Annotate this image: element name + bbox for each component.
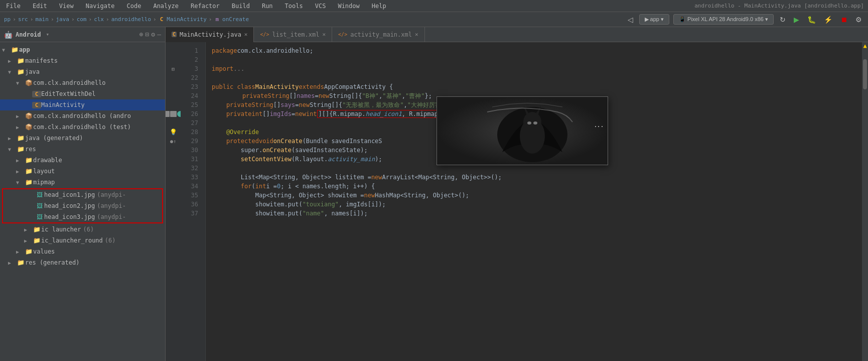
fold-icon-3[interactable]: ⊞ — [172, 66, 175, 72]
scrollbar-thumb[interactable] — [863, 59, 867, 89]
tree-item-package-test[interactable]: ▶ 📦 com.clx.androidhello (test) — [0, 122, 165, 133]
menu-code[interactable]: Code — [125, 2, 143, 11]
breadcrumb-androidhello[interactable]: androidhello — [111, 16, 151, 23]
tab-activitymain[interactable]: </> activity_main.xml ✕ — [332, 27, 425, 42]
menu-window[interactable]: Window — [336, 2, 361, 11]
tree-item-ic-launcher[interactable]: ▶ 📁 ic launcher (6) — [0, 224, 165, 235]
sidebar: 🤖 Android ▾ ⊕ ⊟ ⚙ — ▼ 📁 app ▶ 📁 manifest… — [0, 27, 166, 361]
tab-label-activitymain: activity_main.xml — [350, 31, 412, 38]
tree-sublabel-ic-launcher-round: (6) — [105, 237, 116, 244]
line-num-36: 36 — [181, 200, 201, 209]
menu-run[interactable]: Run — [260, 2, 275, 11]
tree-item-mipmap[interactable]: ▼ 📁 mipmap — [0, 177, 165, 188]
tab-close-mainactivity[interactable]: ✕ — [244, 31, 248, 38]
menu-analyze[interactable]: Analyze — [151, 2, 181, 11]
breadcrumb-oncreate[interactable]: onCreate — [222, 16, 249, 23]
gutter-24 — [166, 91, 181, 100]
tree-item-head-icon3[interactable]: 🖼 head_icon3.jpg (anydpi- — [3, 211, 162, 222]
sync-button[interactable]: ↻ — [778, 15, 788, 25]
menu-tools[interactable]: Tools — [283, 2, 305, 11]
tree-label-res-generated: res (generated) — [25, 259, 79, 266]
tree-item-res-generated[interactable]: ▶ 📁 res (generated) — [0, 257, 165, 268]
breadcrumb-com[interactable]: com — [77, 16, 87, 23]
breadcrumb-src[interactable]: src — [18, 16, 28, 23]
tree-item-head-icon2[interactable]: 🖼 head_icon2.jpg (anydpi- — [3, 200, 162, 211]
tab-listitem[interactable]: </> list_item.xml ✕ — [254, 27, 332, 42]
tree-item-java-generated[interactable]: ▶ 📁 java (generated) — [0, 133, 165, 144]
back-button[interactable]: ◁ — [626, 15, 635, 25]
line-num-22: 22 — [181, 73, 201, 82]
gutter-img-1[interactable] — [166, 111, 170, 117]
tree-item-mainactivity[interactable]: C MainActivity — [0, 99, 165, 110]
android-icon: 🤖 — [4, 31, 13, 39]
tree-label-app: app — [19, 46, 30, 53]
breadcrumb-java[interactable]: java — [56, 16, 70, 23]
tree-item-package-main[interactable]: ▼ 📦 com.clx.androidhello — [0, 77, 165, 88]
gutter-32 — [166, 164, 181, 173]
menu-view[interactable]: View — [57, 2, 76, 11]
tab-label-mainactivity: MainActivity.java — [180, 31, 241, 38]
menu-help[interactable]: Help — [370, 2, 388, 11]
settings-button[interactable]: ⚙ — [853, 15, 864, 25]
line-num-24: 24 — [181, 91, 201, 100]
right-scrollbar[interactable]: ▲ — [862, 42, 868, 361]
menu-edit[interactable]: Edit — [31, 2, 49, 11]
tab-close-listitem[interactable]: ✕ — [322, 31, 326, 38]
debug-button[interactable]: 🐛 — [805, 15, 818, 25]
gutter-29: ●↑ — [166, 137, 181, 146]
run-button[interactable]: ▶ — [792, 15, 801, 25]
gutter-33 — [166, 173, 181, 182]
breadcrumb-clx[interactable]: clx — [94, 16, 104, 23]
popup-more-button[interactable]: ⋮ — [594, 122, 605, 131]
tab-icon-listitem: </> — [260, 32, 269, 37]
tree-item-values[interactable]: ▶ 📁 values — [0, 246, 165, 257]
tree-item-res[interactable]: ▼ 📁 res — [0, 144, 165, 155]
breadcrumb-mainactivity[interactable]: MainActivity — [167, 16, 206, 23]
tree-item-head-icon1[interactable]: 🖼 head_icon1.jpg (anydpi- — [3, 189, 162, 200]
run-config-button[interactable]: ▶ app ▾ — [639, 14, 669, 25]
gutter-img-2[interactable] — [170, 111, 177, 117]
menu-vcs[interactable]: VCS — [313, 2, 328, 11]
breadcrumb-main[interactable]: main — [35, 16, 49, 23]
folder-icon: 📁 — [32, 226, 41, 233]
breadcrumb-pp[interactable]: pp — [4, 16, 11, 23]
tree-item-package-andro[interactable]: ▶ 📦 com.clx.androidhello (andro — [0, 110, 165, 122]
filter-icon[interactable]: ⊟ — [146, 31, 150, 38]
nav-bar: pp › src › main › java › com › clx › and… — [0, 12, 868, 27]
line-num-23: 23 — [181, 82, 201, 91]
batman-preview-image — [437, 97, 608, 165]
tree-item-drawable[interactable]: ▶ 📁 drawable — [0, 155, 165, 166]
tree-label-package-main: com.clx.androidhello — [33, 79, 106, 86]
tree-item-app[interactable]: ▼ 📁 app — [0, 44, 165, 55]
tree-item-layout[interactable]: ▶ 📁 layout — [0, 166, 165, 177]
line-numbers: 1 2 3 22 23 24 25 26 27 28 29 30 31 32 3… — [181, 42, 206, 361]
tab-close-activitymain[interactable]: ✕ — [415, 31, 418, 38]
line-num-31: 31 — [181, 155, 201, 164]
device-button[interactable]: 📱 Pixel XL API 28 Android9.0 x86 ▾ — [673, 14, 774, 25]
gutter-30 — [166, 146, 181, 155]
stop-button[interactable]: ⏹ — [838, 15, 849, 25]
attach-button[interactable]: ⚡ — [822, 15, 834, 25]
tree-label-package-test: com.clx.androidhello (test) — [33, 124, 131, 131]
collapse-icon[interactable]: — — [157, 31, 161, 38]
code-content[interactable]: package com.clx.androidhello; import ...… — [206, 42, 862, 361]
tree-item-ic-launcher-round[interactable]: ▶ 📁 ic_launcher_round (6) — [0, 235, 165, 246]
menu-navigate[interactable]: Navigate — [84, 2, 117, 11]
tree-sublabel-ic-launcher: (6) — [83, 226, 94, 233]
tab-mainactivity[interactable]: C MainActivity.java ✕ — [166, 27, 254, 42]
image-icon: 🖼 — [35, 191, 44, 198]
menu-build[interactable]: Build — [230, 2, 252, 11]
folder-icon: 📁 — [16, 146, 25, 153]
sync-project-icon[interactable]: ⊕ — [139, 31, 143, 38]
tree-item-manifests[interactable]: ▶ 📁 manifests — [0, 55, 165, 66]
gutter-2 — [166, 55, 181, 64]
sidebar-header: 🤖 Android ▾ ⊕ ⊟ ⚙ — — [0, 27, 165, 42]
sidebar-title: Android — [16, 31, 41, 38]
tree-item-java[interactable]: ▼ 📁 java — [0, 66, 165, 77]
menu-file[interactable]: File — [4, 2, 23, 11]
sidebar-dropdown-arrow[interactable]: ▾ — [46, 31, 50, 38]
settings-icon[interactable]: ⚙ — [151, 31, 155, 38]
menu-refactor[interactable]: Refactor — [189, 2, 222, 11]
tree-item-edittextwithdel[interactable]: C EditTextWithDel — [0, 88, 165, 99]
expand-arrow: ▶ — [24, 227, 32, 232]
